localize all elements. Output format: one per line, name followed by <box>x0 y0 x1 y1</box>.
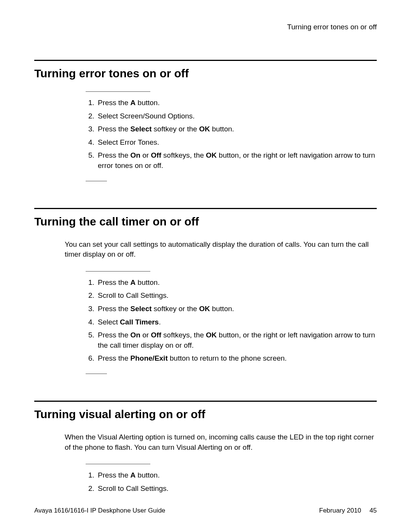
page: Turning error tones on or off Turning er… <box>0 0 411 532</box>
section-divider <box>34 60 377 61</box>
steps-divider-top <box>86 271 150 272</box>
step-item: Select Error Tones. <box>96 137 377 148</box>
footer-date: February 2010 <box>319 507 362 514</box>
section-title: Turning the call timer on or off <box>34 215 377 228</box>
step-item: Press the A button. <box>96 98 377 108</box>
running-header: Turning error tones on or off <box>34 23 377 31</box>
footer-left: Avaya 1616/1616-I IP Deskphone User Guid… <box>34 507 165 514</box>
step-item: Press the A button. <box>96 470 377 481</box>
steps-list: Press the A button.Scroll to Call Settin… <box>86 470 377 494</box>
section-title: Turning error tones on or off <box>34 67 377 80</box>
step-item: Select Call Timers. <box>96 317 377 328</box>
step-item: Scroll to Call Settings. <box>96 484 377 494</box>
step-item: Scroll to Call Settings. <box>96 291 377 301</box>
step-item: Press the A button. <box>96 278 377 288</box>
steps-divider-top <box>86 91 150 92</box>
section-divider <box>34 401 377 402</box>
steps-list: Press the A button.Select Screen/Sound O… <box>86 98 377 171</box>
step-item: Press the On or Off softkeys, the OK but… <box>96 150 377 171</box>
section-title: Turning visual alerting on or off <box>34 408 377 421</box>
step-item: Press the Phone/Exit button to return to… <box>96 353 377 364</box>
steps-divider-top <box>86 464 150 464</box>
section-intro: When the Visual Alerting option is turne… <box>65 432 377 452</box>
step-item: Press the Select softkey or the OK butto… <box>96 124 377 134</box>
step-item: Press the On or Off softkeys, the OK but… <box>96 330 377 350</box>
section-divider <box>34 208 377 209</box>
steps-divider-bottom <box>86 374 107 374</box>
section-error-tones: Turning error tones on or off Press the … <box>34 60 377 181</box>
step-item: Press the Select softkey or the OK butto… <box>96 304 377 314</box>
footer-page-number: 45 <box>370 507 377 514</box>
section-intro: You can set your call settings to automa… <box>65 240 377 260</box>
step-item: Select Screen/Sound Options. <box>96 111 377 121</box>
section-visual-alerting: Turning visual alerting on or off When t… <box>34 401 377 494</box>
steps-list: Press the A button.Scroll to Call Settin… <box>86 278 377 364</box>
section-call-timer: Turning the call timer on or off You can… <box>34 208 377 374</box>
steps-divider-bottom <box>86 181 107 181</box>
page-footer: Avaya 1616/1616-I IP Deskphone User Guid… <box>34 507 377 514</box>
